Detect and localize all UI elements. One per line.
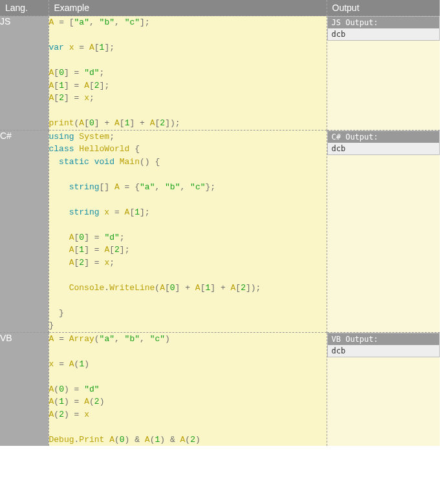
token-op: =	[94, 245, 100, 255]
token-punc: ;	[175, 118, 180, 128]
token-type: void	[94, 157, 114, 167]
token-punc: ]	[120, 245, 125, 255]
token-punc: (	[140, 157, 145, 167]
token-op: =	[74, 93, 80, 103]
token-ident: x	[49, 359, 54, 369]
token-num: 1	[59, 81, 64, 90]
token-punc: (	[155, 283, 160, 293]
output-cell: C# Output:dcb	[327, 130, 440, 332]
token-punc: }	[49, 320, 54, 330]
token-ident: A	[195, 283, 200, 293]
token-punc: }	[59, 308, 64, 318]
token-ident: A	[109, 435, 114, 445]
table-row: C#using System; class HelloWorld { stati…	[0, 130, 440, 332]
token-op: =	[94, 258, 100, 268]
token-op: +	[104, 118, 109, 128]
token-punc: )	[160, 435, 165, 445]
token-num: 2	[59, 410, 64, 419]
token-cls: Console	[69, 283, 105, 293]
token-punc: [	[54, 93, 59, 103]
token-str: "d"	[84, 384, 99, 394]
token-punc: )	[84, 359, 89, 369]
token-punc: [	[120, 118, 125, 128]
token-punc: )	[64, 384, 69, 394]
token-punc: ;	[109, 132, 114, 142]
token-op: =	[114, 207, 120, 217]
code-comparison-table: Lang. Example Output JSA = ["a", "b", "c…	[0, 0, 440, 446]
token-punc: [	[235, 283, 241, 293]
token-punc: ;	[109, 258, 114, 268]
token-ident: A	[84, 397, 89, 406]
token-ident: Main	[120, 157, 140, 167]
token-op: +	[221, 283, 226, 293]
token-punc: ,	[155, 182, 160, 192]
token-ident: A	[69, 233, 74, 242]
code-block: using System; class HelloWorld { static …	[49, 131, 327, 332]
token-ident: WriteLine	[109, 283, 155, 293]
token-punc: ;	[256, 283, 261, 293]
token-kw: static	[59, 157, 89, 167]
lang-cell: JS	[0, 16, 49, 131]
output-title: JS Output:	[328, 17, 440, 28]
token-num: 2	[94, 81, 100, 90]
token-punc: )	[100, 397, 105, 406]
token-str: "c"	[125, 17, 140, 27]
token-punc: ]	[129, 118, 135, 128]
token-num: 0	[59, 68, 64, 78]
output-body: dcb	[328, 143, 440, 154]
token-ident: A	[69, 258, 74, 268]
token-punc: {	[155, 157, 160, 167]
token-punc: .	[104, 283, 109, 293]
token-punc: ]	[165, 118, 170, 128]
token-num: 1	[79, 245, 84, 255]
token-ident: Array	[69, 334, 94, 344]
token-type: string	[69, 207, 100, 217]
token-punc: [	[109, 245, 114, 255]
token-str: "c"	[150, 334, 165, 344]
token-punc: ]	[64, 93, 69, 103]
header-example: Example	[49, 0, 327, 16]
token-op: =	[74, 384, 80, 394]
code-block: A = ["a", "b", "c"]; var x = A[1]; A[0] …	[49, 16, 327, 130]
token-punc: [	[69, 17, 74, 27]
token-punc: (	[54, 410, 59, 419]
token-ident: x	[84, 93, 89, 103]
token-punc: ;	[89, 93, 94, 103]
token-ident: A	[49, 334, 54, 344]
token-ident: A	[69, 245, 74, 255]
token-ident: print	[49, 118, 74, 128]
token-op: =	[59, 17, 64, 27]
example-cell: A = ["a", "b", "c"]; var x = A[1]; A[0] …	[49, 16, 327, 131]
header-output: Output	[327, 0, 440, 16]
lang-cell: C#	[0, 130, 49, 332]
token-str: "a"	[140, 182, 155, 192]
token-punc: ,	[180, 182, 185, 192]
table-row: VBA = Array("a", "b", "c") x = A(1) A(0)…	[0, 332, 440, 446]
token-ident: x	[69, 43, 74, 52]
token-ident: A	[114, 118, 120, 128]
token-num: 2	[59, 93, 64, 103]
token-punc: )	[64, 397, 69, 406]
token-op: &	[170, 435, 175, 445]
token-num: 2	[190, 435, 195, 445]
token-op: =	[125, 182, 130, 192]
token-num: 0	[170, 283, 175, 293]
token-punc: (	[94, 334, 100, 344]
example-cell: A = Array("a", "b", "c") x = A(1) A(0) =…	[49, 332, 327, 446]
token-op: +	[185, 283, 190, 293]
token-ident: Print	[79, 435, 104, 445]
token-punc: (	[54, 384, 59, 394]
lang-cell: VB	[0, 332, 49, 446]
token-punc: ;	[210, 182, 215, 192]
token-str: "b"	[100, 17, 114, 27]
token-num: 2	[241, 283, 246, 293]
token-punc: ]	[84, 245, 89, 255]
token-punc: [	[54, 68, 59, 78]
token-str: "b"	[125, 334, 140, 344]
token-num: 0	[120, 435, 125, 445]
token-cls: System	[79, 132, 109, 142]
output-title: C# Output:	[328, 131, 440, 143]
token-punc: [	[165, 283, 170, 293]
output-cell: JS Output:dcb	[327, 16, 440, 131]
token-punc: )	[195, 435, 200, 445]
